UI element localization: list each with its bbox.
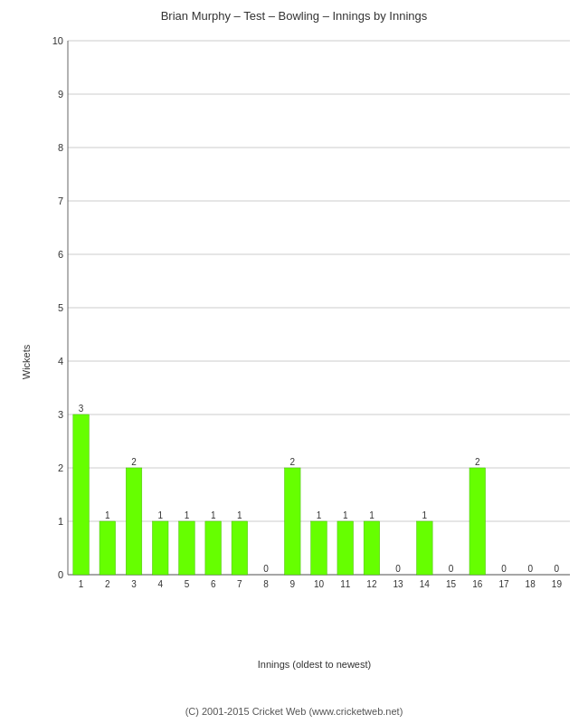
svg-text:0: 0 (449, 564, 454, 574)
svg-text:13: 13 (394, 579, 404, 589)
svg-text:2: 2 (58, 462, 63, 473)
svg-rect-27 (100, 521, 116, 575)
chart-title: Brian Murphy – Test – Bowling – Innings … (0, 0, 588, 27)
svg-rect-36 (179, 521, 195, 575)
svg-text:3: 3 (79, 404, 84, 414)
svg-text:1: 1 (58, 516, 63, 527)
svg-text:1: 1 (369, 510, 375, 520)
svg-text:10: 10 (52, 35, 63, 46)
svg-text:0: 0 (555, 564, 560, 574)
footer-text: (C) 2001-2015 Cricket Web (www.cricketwe… (0, 706, 588, 717)
svg-text:8: 8 (58, 142, 63, 153)
svg-rect-47 (285, 468, 301, 575)
svg-text:4: 4 (58, 356, 63, 367)
svg-text:18: 18 (526, 579, 536, 589)
x-axis-label: Innings (oldest to newest) (41, 659, 588, 670)
svg-text:3: 3 (58, 409, 63, 420)
svg-rect-42 (232, 521, 248, 575)
svg-text:0: 0 (395, 564, 401, 574)
svg-text:0: 0 (58, 569, 63, 580)
svg-rect-30 (126, 468, 142, 575)
svg-rect-24 (73, 414, 90, 575)
svg-rect-50 (311, 521, 327, 575)
svg-text:1: 1 (185, 510, 190, 520)
bar-chart: 0123456789103112231415161708291101111120… (41, 32, 583, 647)
svg-text:1: 1 (211, 510, 216, 520)
svg-text:10: 10 (314, 579, 325, 589)
svg-text:15: 15 (446, 579, 457, 589)
svg-rect-39 (205, 521, 222, 575)
svg-text:2: 2 (475, 457, 480, 467)
svg-text:9: 9 (58, 89, 63, 100)
svg-text:3: 3 (131, 579, 137, 589)
svg-rect-61 (417, 521, 433, 575)
svg-text:12: 12 (366, 579, 377, 589)
svg-text:1: 1 (237, 510, 242, 520)
svg-text:17: 17 (498, 579, 509, 589)
svg-text:0: 0 (263, 564, 269, 574)
svg-text:1: 1 (343, 510, 348, 520)
svg-rect-33 (152, 521, 168, 575)
y-axis-label: Wickets (21, 345, 32, 380)
svg-text:6: 6 (211, 579, 216, 589)
chart-container: Brian Murphy – Test – Bowling – Innings … (0, 0, 588, 724)
svg-text:2: 2 (105, 579, 110, 589)
svg-text:1: 1 (157, 510, 163, 520)
svg-text:9: 9 (290, 579, 296, 589)
svg-text:2: 2 (131, 457, 137, 467)
svg-text:19: 19 (552, 579, 563, 589)
svg-text:4: 4 (157, 579, 163, 589)
svg-rect-53 (337, 521, 354, 575)
svg-rect-66 (469, 468, 486, 575)
svg-text:1: 1 (422, 510, 428, 520)
svg-text:5: 5 (58, 302, 63, 313)
svg-text:7: 7 (237, 579, 242, 589)
svg-rect-56 (364, 521, 380, 575)
svg-text:0: 0 (501, 564, 507, 574)
svg-text:16: 16 (472, 579, 483, 589)
svg-text:6: 6 (58, 249, 63, 260)
svg-text:0: 0 (527, 564, 533, 574)
svg-text:5: 5 (185, 579, 190, 589)
svg-text:7: 7 (58, 195, 63, 206)
svg-text:1: 1 (317, 510, 322, 520)
svg-text:11: 11 (340, 579, 351, 589)
svg-text:1: 1 (105, 510, 110, 520)
svg-text:14: 14 (420, 579, 431, 589)
svg-text:2: 2 (290, 457, 296, 467)
svg-text:8: 8 (263, 579, 269, 589)
svg-text:1: 1 (79, 579, 84, 589)
